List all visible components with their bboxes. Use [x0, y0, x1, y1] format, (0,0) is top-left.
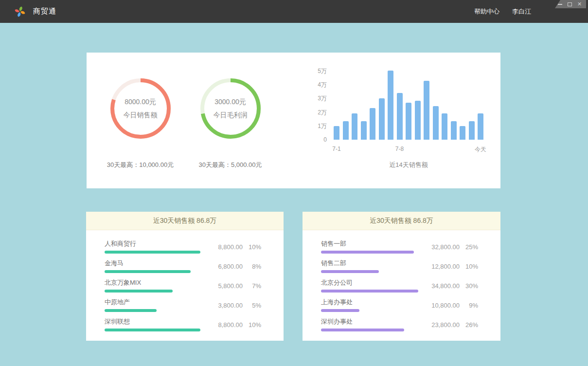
help-center-link[interactable]: 帮助中心 — [474, 7, 499, 16]
chart-bar — [388, 71, 393, 140]
close-icon[interactable]: ✕ — [577, 1, 582, 7]
y-tick-label: 3万 — [318, 94, 327, 103]
maximize-icon[interactable] — [567, 1, 572, 7]
today-sales-donut: 8000.00元 今日销售额 — [109, 77, 172, 140]
item-name: 深圳办事处 — [321, 318, 417, 326]
brand-wrap: 商贸通 — [14, 5, 56, 18]
today-sales-value: 8000.00元 — [125, 98, 156, 107]
y-tick-label: 5万 — [318, 67, 327, 75]
item-value: 32,800.00 — [421, 243, 460, 251]
item-percent: 30% — [460, 282, 478, 290]
chart-bar — [343, 121, 349, 140]
x-tick-label: 7-1 — [332, 146, 340, 152]
item-value: 8,800.00 — [204, 321, 243, 329]
chart-bar — [379, 98, 385, 140]
window-controls: ✕ — [555, 0, 586, 8]
card-body: 人和商贸行8,800.0010%金海马6,800.008%北京万象MIX5,80… — [86, 230, 284, 331]
item-value: 10,800.00 — [421, 302, 460, 309]
list-item: 人和商贸行8,800.0010% — [105, 240, 261, 254]
kpi-summary-card: 8000.00元 今日销售额 30天最高：10,000.00元 3000.00元… — [87, 53, 500, 188]
chart-bar — [334, 126, 339, 140]
y-tick-label: 4万 — [318, 81, 327, 89]
item-bar — [105, 251, 200, 254]
item-bar — [321, 270, 379, 273]
item-value: 3,800.00 — [204, 302, 243, 309]
list-item: 北京万象MIX5,800.007% — [105, 279, 261, 293]
item-name: 中原地产 — [105, 298, 200, 306]
today-profit-kpi: 3000.00元 今日毛利润 30天最高：5,000.00元 — [185, 53, 275, 188]
item-percent: 10% — [460, 263, 478, 270]
user-menu[interactable]: 李白江 — [512, 7, 531, 16]
minimize-icon[interactable] — [557, 1, 563, 7]
profit-30day-max-note: 30天最高：5,000.00元 — [185, 161, 275, 169]
item-percent: 25% — [460, 243, 478, 251]
item-name: 销售二部 — [321, 259, 417, 267]
chart-bar — [406, 103, 411, 140]
chart-bar — [352, 113, 357, 140]
item-percent: 26% — [460, 321, 478, 329]
item-name: 深圳联想 — [105, 318, 200, 326]
list-item: 金海马6,800.008% — [105, 259, 261, 273]
list-item: 上海办事处10,800.009% — [321, 298, 478, 312]
y-tick-label: 2万 — [318, 109, 327, 117]
today-profit-donut-center: 3000.00元 今日毛利润 — [199, 77, 262, 140]
item-bar — [321, 309, 359, 312]
chart-bar — [460, 126, 465, 140]
item-value: 12,800.00 — [421, 263, 460, 270]
item-bar — [105, 329, 200, 331]
item-bar — [321, 290, 418, 293]
chart-bar — [397, 93, 403, 140]
chart-bar — [478, 113, 483, 140]
today-profit-donut: 3000.00元 今日毛利润 — [199, 77, 262, 140]
item-name: 北京分公司 — [321, 279, 418, 287]
customers-card-header: 近30天销售额 86.8万 — [86, 212, 284, 230]
chart-bar — [370, 108, 375, 140]
customers-sales-card: 近30天销售额 86.8万 人和商贸行8,800.0010%金海马6,800.0… — [86, 212, 284, 341]
departments-sales-card: 近30天销售额 86.8万 销售一部32,800.0025%销售二部12,800… — [303, 212, 500, 341]
chart-bar — [424, 81, 429, 140]
list-item: 中原地产3,800.005% — [105, 298, 261, 312]
list-item: 北京分公司34,800.0030% — [321, 279, 478, 293]
sales-14day-chart: 01万2万3万4万5万 7-17-8今天 近14天销售额 — [310, 66, 495, 183]
app-title: 商贸通 — [33, 7, 56, 16]
item-name: 金海马 — [105, 259, 200, 267]
y-tick-label: 1万 — [318, 122, 327, 130]
item-name: 人和商贸行 — [105, 240, 200, 248]
list-item: 深圳联想8,800.0010% — [105, 318, 261, 331]
x-tick-label: 7-8 — [395, 146, 404, 152]
chart-x-axis: 7-17-8今天 — [334, 146, 483, 153]
item-percent: 9% — [460, 302, 478, 309]
item-percent: 8% — [243, 263, 261, 270]
item-percent: 10% — [243, 243, 261, 251]
today-profit-value: 3000.00元 — [214, 98, 246, 107]
item-name: 北京万象MIX — [105, 279, 200, 287]
chart-bar — [451, 121, 457, 140]
item-bar — [105, 309, 157, 312]
y-tick-label: 0 — [323, 136, 327, 143]
today-profit-label: 今日毛利润 — [214, 111, 248, 120]
today-sales-label: 今日销售额 — [124, 111, 158, 120]
chart-bar — [361, 121, 367, 140]
chart-bar — [469, 121, 475, 140]
item-bar — [105, 270, 191, 273]
item-value: 5,800.00 — [204, 282, 243, 290]
item-name: 销售一部 — [321, 240, 417, 248]
list-item: 销售二部12,800.0010% — [321, 259, 478, 273]
item-value: 6,800.00 — [204, 263, 243, 270]
bar-plot — [334, 66, 483, 140]
chart-bar — [442, 113, 447, 140]
today-sales-donut-center: 8000.00元 今日销售额 — [109, 77, 172, 140]
item-value: 8,800.00 — [204, 243, 243, 251]
item-name: 上海办事处 — [321, 298, 417, 306]
item-percent: 10% — [243, 321, 261, 329]
card-body: 销售一部32,800.0025%销售二部12,800.0010%北京分公司34,… — [303, 230, 500, 331]
titlebar: 商贸通 帮助中心 李白江 ✕ — [0, 0, 588, 23]
list-item: 深圳办事处23,800.0026% — [321, 318, 478, 331]
x-tick-label: 今天 — [475, 146, 486, 154]
item-value: 34,800.00 — [422, 282, 460, 290]
titlebar-right: 帮助中心 李白江 — [474, 0, 531, 23]
pinwheel-logo-icon — [14, 5, 26, 18]
chart-bar — [433, 106, 439, 140]
chart-bar — [415, 101, 421, 140]
list-item: 销售一部32,800.0025% — [321, 240, 478, 254]
